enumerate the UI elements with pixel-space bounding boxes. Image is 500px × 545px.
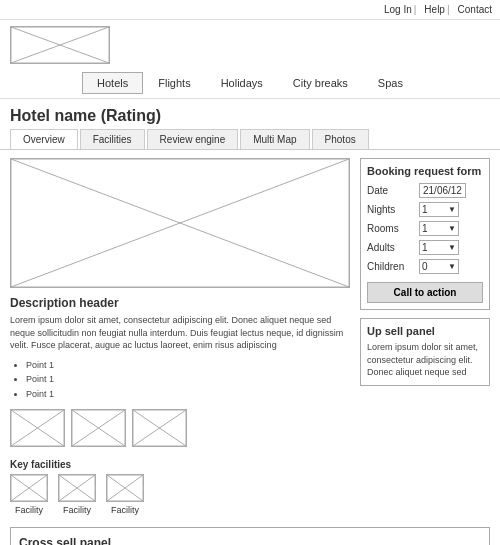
date-value[interactable]: 21/06/12 [419,183,466,198]
adults-label: Adults [367,242,419,253]
rooms-label: Rooms [367,223,419,234]
adults-arrow: ▼ [448,243,456,252]
description-wrapper: Description header Lorem ipsum dolor sit… [10,296,350,401]
help-link[interactable]: Help [424,4,445,15]
children-label: Children [367,261,419,272]
right-column: Booking request form Date 21/06/12 Night… [360,158,490,515]
main-image-placeholder [10,158,350,288]
desc-point-2: Point 1 [26,372,350,386]
facility-img-1 [10,474,48,502]
description-area: Description header Lorem ipsum dolor sit… [10,296,350,401]
upsell-panel: Up sell panel Lorem ipsum dolor sit amet… [360,318,490,386]
nights-label: Nights [367,204,419,215]
tab-review-engine[interactable]: Review engine [147,129,239,149]
cta-button[interactable]: Call to action [367,282,483,303]
nav-holidays[interactable]: Holidays [206,72,278,94]
facility-item-1: Facility [10,474,48,515]
desc-point-1: Point 1 [26,358,350,372]
tab-overview[interactable]: Overview [10,129,78,149]
thumb-3[interactable] [132,409,187,447]
facility-label-2: Facility [63,505,91,515]
nav-flights[interactable]: Flights [143,72,205,94]
key-facilities-section: Key facilities Facility Facility [10,459,350,515]
children-select[interactable]: 0 ▼ [419,259,459,274]
nav-hotels[interactable]: Hotels [82,72,143,94]
facility-label-1: Facility [15,505,43,515]
sub-nav: Overview Facilities Review engine Multi … [0,129,500,150]
tab-photos[interactable]: Photos [312,129,369,149]
contact-link[interactable]: Contact [458,4,492,15]
main-content: Description header Lorem ipsum dolor sit… [0,150,500,523]
cross-sell-panel: Cross sell panel Hotel name(Rating) Hote… [10,527,490,545]
main-nav: Hotels Flights Holidays City breaks Spas [0,68,500,99]
nav-spas[interactable]: Spas [363,72,418,94]
facility-item-2: Facility [58,474,96,515]
desc-point-3: Point 1 [26,387,350,401]
tab-multi-map[interactable]: Multi Map [240,129,309,149]
login-link[interactable]: Log In [384,4,412,15]
form-row-nights: Nights 1 ▼ [367,202,483,217]
nights-select[interactable]: 1 ▼ [419,202,459,217]
tab-facilities[interactable]: Facilities [80,129,145,149]
top-bar: Log In | Help | Contact [0,0,500,20]
description-header: Description header [10,296,350,310]
form-row-date: Date 21/06/12 [367,183,483,198]
facility-img-3 [106,474,144,502]
facilities-row: Facility Facility Facility [10,474,350,515]
facility-item-3: Facility [106,474,144,515]
facility-img-2 [58,474,96,502]
description-points: Point 1 Point 1 Point 1 [10,358,350,401]
upsell-text: Lorem ipsum dolor sit amet, consectetur … [367,341,483,379]
booking-form-title: Booking request form [367,165,483,177]
left-column: Description header Lorem ipsum dolor sit… [10,158,350,515]
form-row-rooms: Rooms 1 ▼ [367,221,483,236]
logo-placeholder [10,26,110,64]
thumb-2[interactable] [71,409,126,447]
cross-sell-title: Cross sell panel [19,536,481,545]
children-arrow: ▼ [448,262,456,271]
thumb-1[interactable] [10,409,65,447]
booking-form: Booking request form Date 21/06/12 Night… [360,158,490,310]
nights-arrow: ▼ [448,205,456,214]
date-label: Date [367,185,419,196]
rooms-select[interactable]: 1 ▼ [419,221,459,236]
page-title: Hotel name (Rating) [0,99,500,129]
facility-label-3: Facility [111,505,139,515]
upsell-title: Up sell panel [367,325,483,337]
rooms-arrow: ▼ [448,224,456,233]
thumbnail-row [10,409,350,447]
form-row-adults: Adults 1 ▼ [367,240,483,255]
form-row-children: Children 0 ▼ [367,259,483,274]
adults-select[interactable]: 1 ▼ [419,240,459,255]
description-body: Lorem ipsum dolor sit amet, consectetur … [10,314,350,352]
nav-city-breaks[interactable]: City breaks [278,72,363,94]
key-facilities-label: Key facilities [10,459,350,470]
